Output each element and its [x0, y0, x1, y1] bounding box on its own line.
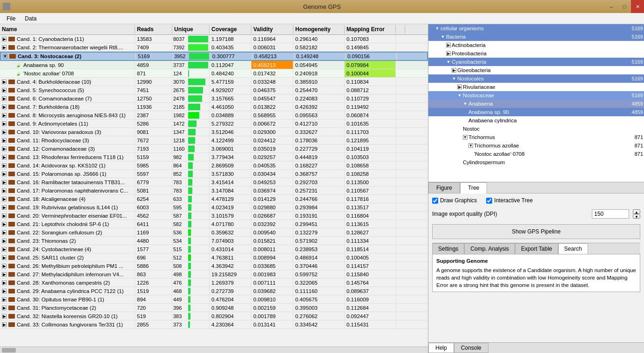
- tree-expand-icon[interactable]: ▼: [468, 143, 473, 148]
- table-row[interactable]: ▶ Cand. 8: Microcystis aeruginosa NIES-8…: [0, 111, 428, 120]
- tree-node-bacteria[interactable]: ▼ Bacteria 5169: [428, 33, 644, 41]
- expand-icon[interactable]: ▶: [2, 239, 7, 243]
- cell-name[interactable]: ▶ Cand. 5: Synechococcus (5): [0, 86, 135, 94]
- tree-node-nostocaceae[interactable]: ▼ Nostocaceae 5169: [428, 91, 644, 100]
- expand-icon[interactable]: ▶: [2, 37, 7, 41]
- cell-name[interactable]: ▶ Cand. 23: Thiomonas (2): [0, 237, 135, 245]
- cell-name[interactable]: ▶ Cand. 6: Comamonadaceae (7): [0, 94, 135, 102]
- tab-figure[interactable]: Figure: [428, 182, 460, 193]
- cell-name[interactable]: ▶ Cand. 10: Variovorax paradoxus (3): [0, 128, 135, 136]
- cell-name[interactable]: ▼ Cand. 3: Nostocaceae (2): [1, 53, 136, 60]
- tab-search[interactable]: Search: [558, 243, 588, 254]
- expand-icon[interactable]: ▶: [2, 230, 7, 235]
- table-row[interactable]: 🍃 Anabaena sp. 90 4859 3737 0.112047 0.4…: [0, 61, 428, 69]
- menu-file[interactable]: File: [2, 14, 20, 23]
- tree-node-trichormus-azollae[interactable]: ▼ Trichormus azollae 871: [428, 141, 644, 150]
- expand-icon[interactable]: ▶: [2, 297, 7, 302]
- tree-node-gloeo[interactable]: ▶ Gloeobacteria: [428, 66, 644, 74]
- expand-icon[interactable]: ▶: [2, 80, 7, 84]
- cell-name[interactable]: ▶ Cand. 27: Methylacidiphilum infernorum…: [0, 270, 135, 278]
- tree-node-nostoc-azollae[interactable]: 'Nostoc azollae' 0708 871: [428, 150, 644, 158]
- tree-node-proteo[interactable]: ▶ Proteobacteria: [428, 49, 644, 58]
- cell-name[interactable]: ▶ Cand. 8: Microcystis aeruginosa NIES-8…: [0, 111, 135, 119]
- dpi-down-button[interactable]: ▼: [633, 214, 640, 219]
- table-body[interactable]: ▶ Cand. 1: Cyanobacteria (11) 13583 8037…: [0, 35, 428, 346]
- cell-name[interactable]: ▶ Cand. 9: Actinomycetales (11): [0, 120, 135, 127]
- table-row[interactable]: ▶ Cand. 4: Burkholderiaceae (10) 12990 3…: [0, 78, 428, 86]
- cell-name[interactable]: ▶ Cand. 12: Comamonadaceae (3): [0, 145, 135, 153]
- tree-node-nostocales[interactable]: ▼ Nostocales 5169: [428, 74, 644, 83]
- minimize-button[interactable]: –: [605, 0, 618, 13]
- table-row[interactable]: ▶ Cand. 21: Leptothrix cholodnii SP-6 (1…: [0, 220, 428, 228]
- cell-name[interactable]: ▶ Cand. 20: Verminephrobacter eiseniae E…: [0, 212, 135, 220]
- cell-name[interactable]: ▶ Cand. 22: Sorangium cellulosum (2): [0, 228, 135, 236]
- cell-name[interactable]: ▶ Cand. 17: Polaromonas naphthalenivoran…: [0, 186, 135, 194]
- expand-icon[interactable]: ▶: [2, 289, 7, 293]
- tree-node-anabaena[interactable]: ▼ Anabaena 4859: [428, 100, 644, 108]
- table-row[interactable]: ▶ Cand. 23: Thiomonas (2) 4480 534 7.074…: [0, 237, 428, 245]
- table-row[interactable]: ▶ Cand. 26: Methylibium petroleiphilum P…: [0, 262, 428, 270]
- expand-icon[interactable]: ▶: [2, 147, 7, 151]
- tree-expand-icon[interactable]: ▼: [463, 101, 468, 106]
- table-row[interactable]: ▶ Cand. 17: Polaromonas naphthalenivoran…: [0, 186, 428, 195]
- cell-name[interactable]: ▶ Cand. 16: Ramlibacter tataouinensis TT…: [0, 178, 135, 186]
- expand-icon[interactable]: ▶: [2, 255, 7, 260]
- dpi-input[interactable]: [592, 209, 629, 219]
- show-gps-button[interactable]: Show GPS Pipeline: [432, 224, 640, 239]
- tab-comp-analysis[interactable]: Comp. Analysis: [464, 243, 515, 254]
- expand-icon[interactable]: ▶: [2, 105, 7, 109]
- cell-name[interactable]: ▶ Cand. 11: Rhodocyclaceae (3): [0, 136, 135, 144]
- cell-name[interactable]: ▶ Cand. 31: Planctomycetaceae (2): [0, 304, 135, 312]
- tree-node-nostoc[interactable]: Nostoc: [428, 125, 644, 133]
- tree-expand-icon[interactable]: ▶: [446, 51, 451, 56]
- expand-icon[interactable]: ▶: [2, 172, 7, 176]
- cell-name[interactable]: ▶ Cand. 26: Methylibium petroleiphilum P…: [0, 262, 135, 270]
- tab-tree[interactable]: Tree: [460, 182, 487, 193]
- table-row[interactable]: ▶ Cand. 5: Synechococcus (5) 7451 2675 4…: [0, 86, 428, 94]
- draw-graphics-checkbox[interactable]: Draw Graphics: [432, 197, 477, 204]
- cell-name[interactable]: ▶ Cand. 21: Leptothrix cholodnii SP-6 (1…: [0, 220, 135, 228]
- cell-name[interactable]: ▶ Cand. 28: Xanthomonas campestris (2): [0, 279, 135, 286]
- table-row[interactable]: ▶ Cand. 27: Methylacidiphilum infernorum…: [0, 270, 428, 279]
- expand-icon[interactable]: ▶: [2, 138, 7, 143]
- expand-icon[interactable]: ▶: [2, 247, 7, 252]
- table-row[interactable]: ▶ Cand. 18: Alcaligenaceae (4) 6254 633 …: [0, 195, 428, 203]
- cell-name[interactable]: ▶ Cand. 32: Niastella koreensis GR20-10 …: [0, 312, 135, 320]
- table-row[interactable]: ▶ Cand. 6: Comamonadaceae (7) 12750 2478…: [0, 94, 428, 103]
- tree-expand-icon[interactable]: ▼: [452, 76, 456, 81]
- tree-node-cellular[interactable]: ▼ cellular organisms 5169: [428, 24, 644, 33]
- table-row[interactable]: ▶ Cand. 30: Opitutus terrae PB90-1 (1) 8…: [0, 295, 428, 304]
- table-row[interactable]: ▶ Cand. 10: Variovorax paradoxus (3) 908…: [0, 128, 428, 136]
- table-row[interactable]: ▶ Cand. 29: Anabaena cylindrica PCC 7122…: [0, 287, 428, 295]
- tree-node-rivularia[interactable]: ▶ Rivulariaceae: [428, 83, 644, 91]
- cell-name[interactable]: ▶ Cand. 1: Cyanobacteria (11): [0, 35, 135, 43]
- tree-expand-icon[interactable]: ▼: [435, 26, 440, 31]
- cell-name[interactable]: ▶ Cand. 13: Rhodoferax ferrireducens T11…: [0, 153, 135, 161]
- expand-icon[interactable]: ▶: [2, 121, 7, 126]
- expand-icon[interactable]: ▶: [2, 272, 7, 277]
- expand-icon[interactable]: ▶: [2, 180, 7, 185]
- cell-name[interactable]: ▶ Cand. 7: Burkholderia (18): [0, 103, 135, 111]
- tree-expand-icon[interactable]: ▶: [457, 85, 462, 89]
- cell-name[interactable]: ▶ Cand. 18: Alcaligenaceae (4): [0, 195, 135, 203]
- table-row[interactable]: ▶ Cand. 22: Sorangium cellulosum (2) 116…: [0, 228, 428, 237]
- table-row[interactable]: 🍃 'Nostoc azollae' 0708 871 124 0.484240…: [0, 69, 428, 78]
- cell-name[interactable]: ▶ Cand. 15: Polaromonas sp. JS666 (1): [0, 170, 135, 178]
- expand-icon[interactable]: ▶: [2, 306, 7, 310]
- console-button[interactable]: Console: [454, 343, 488, 353]
- expand-icon[interactable]: ▶: [2, 155, 7, 160]
- cell-name[interactable]: ▶ Cand. 29: Anabaena cylindrica PCC 7122…: [0, 287, 135, 295]
- horizontal-scrollbar[interactable]: [0, 346, 428, 353]
- expand-icon[interactable]: ▶: [2, 205, 7, 210]
- cell-name[interactable]: ▶ Cand. 2: Thermoanaerobacter wiegelii R…: [0, 43, 135, 51]
- tree-expand-icon[interactable]: ▼: [441, 34, 445, 39]
- expand-icon[interactable]: ▶: [2, 88, 7, 93]
- expand-icon[interactable]: ▼: [3, 54, 7, 59]
- interactive-tree-checkbox[interactable]: Interactive Tree: [486, 197, 533, 204]
- interactive-tree-check[interactable]: [486, 198, 492, 204]
- table-row[interactable]: ▶ Cand. 9: Actinomycetales (11) 5286 147…: [0, 120, 428, 128]
- table-row[interactable]: ▶ Cand. 13: Rhodoferax ferrireducens T11…: [0, 153, 428, 161]
- table-row[interactable]: ▶ Cand. 25: SAR11 cluster (2) 696 512 4.…: [0, 253, 428, 262]
- expand-icon[interactable]: ▶: [2, 314, 7, 319]
- expand-icon[interactable]: ▶: [2, 96, 7, 101]
